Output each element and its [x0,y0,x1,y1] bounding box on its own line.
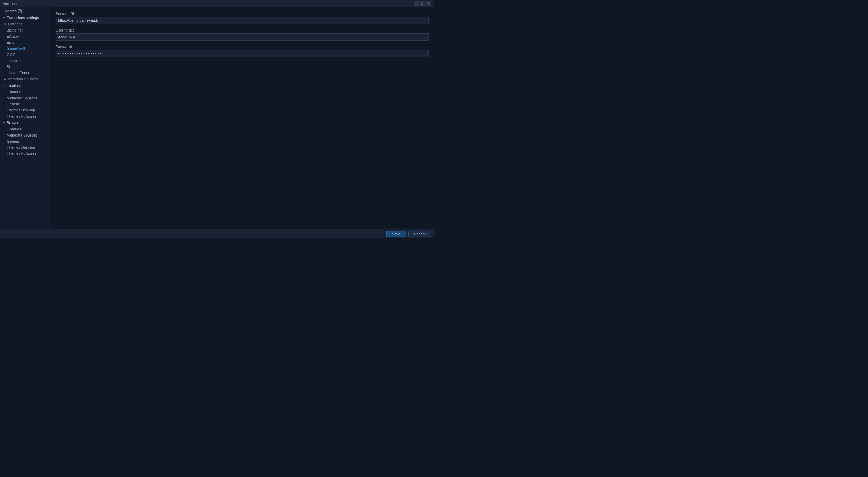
sidebar-item-installed-generic[interactable]: Generic [0,101,50,107]
server-url-group: Server URL: [56,12,429,24]
sidebar-item-gamevault[interactable]: GameVault [0,45,50,51]
content-area: Server URL: Username: Password: [50,7,434,239]
username-input[interactable] [56,33,429,41]
restore-button[interactable]: □ [420,1,425,6]
cancel-button[interactable]: Cancel [408,231,431,237]
password-label: Password: [56,45,429,49]
save-button[interactable]: Save [386,231,406,237]
main-layout: Updates (2) ▼ Extensions settings ▼ Libr… [0,7,434,239]
server-url-input[interactable] [56,17,429,24]
sidebar: Updates (2) ▼ Extensions settings ▼ Libr… [0,7,50,239]
metadata-sources-label: Metadata Sources [7,77,38,81]
sidebar-item-browse-generic[interactable]: Generic [0,138,50,144]
sidebar-item-browse-libraries[interactable]: Libraries [0,126,50,132]
chevron-icon: ▼ [4,23,7,26]
username-group: Username: [56,28,429,41]
password-group: Password: [56,45,429,57]
extensions-settings-label: Extensions settings [7,16,39,20]
sidebar-item-installed-metadata[interactable]: Metadata Sources [0,95,50,101]
extensions-settings-section[interactable]: ▼ Extensions settings [0,14,50,21]
password-input[interactable] [56,50,429,57]
sidebar-item-humble[interactable]: Humble [0,58,50,64]
minimize-button[interactable]: – [414,1,419,6]
updates-label: Updates (2) [3,9,22,13]
window-title: Add-ons... [3,2,20,6]
sidebar-item-browse-metadata[interactable]: Metadata Sources [0,132,50,138]
server-url-label: Server URL: [56,12,429,16]
sidebar-item-battlenet[interactable]: Battle.net [0,27,50,33]
browse-section[interactable]: ▼ Browse [0,119,50,126]
sidebar-item-installed-themes-desktop[interactable]: Themes Desktop [0,107,50,113]
chevron-icon: ▼ [3,84,5,87]
installed-section[interactable]: ▼ Installed [0,82,50,89]
chevron-icon: ▼ [3,121,5,124]
browse-label: Browse [7,121,19,125]
installed-label: Installed [7,83,21,87]
sidebar-item-browse-themes-fullscreen[interactable]: Themes Fullscreen [0,150,50,157]
close-button[interactable]: ✕ [426,1,431,6]
updates-section[interactable]: Updates (2) [0,7,50,14]
sidebar-item-installed-libraries[interactable]: Libraries [0,89,50,95]
sidebar-item-steam[interactable]: Steam [0,64,50,70]
sidebar-item-browse-themes-desktop[interactable]: Themes Desktop [0,144,50,150]
sidebar-item-epic[interactable]: Epic [0,39,50,45]
window-controls: – □ ✕ [414,1,431,6]
chevron-icon: ▼ [3,16,5,19]
sidebar-item-eaapp[interactable]: EA app [0,33,50,39]
sidebar-item-gog[interactable]: GOG [0,51,50,58]
bottom-bar: Save Cancel [0,229,434,239]
libraries-subsection[interactable]: ▼ Libraries [0,21,50,27]
chevron-icon: ▶ [4,78,6,81]
libraries-label: Libraries [8,22,22,26]
titlebar: Add-ons... – □ ✕ [0,0,434,7]
sidebar-item-ubisoft[interactable]: Ubisoft Connect [0,70,50,76]
metadata-sources-subsection[interactable]: ▶ Metadata Sources [0,76,50,82]
username-label: Username: [56,28,429,32]
sidebar-item-installed-themes-fullscreen[interactable]: Themes Fullscreen [0,113,50,119]
